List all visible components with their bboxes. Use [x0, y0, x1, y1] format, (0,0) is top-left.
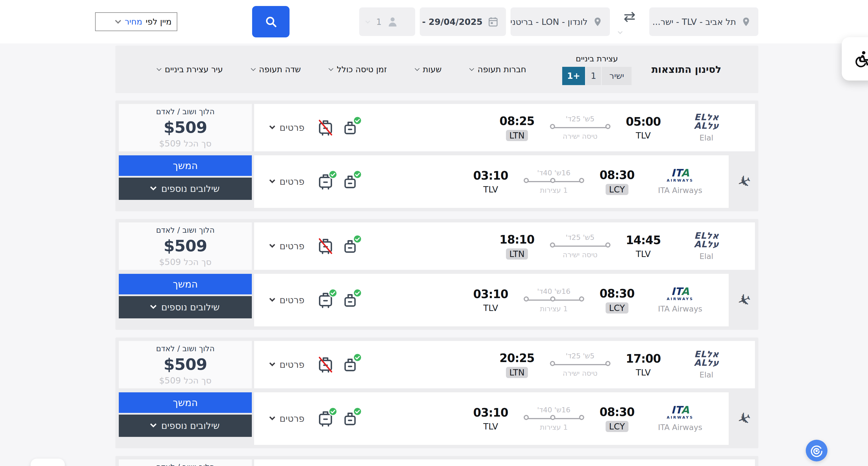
price-value: $509: [164, 355, 207, 373]
more-combinations-button[interactable]: שילובים נוספים: [119, 414, 252, 437]
search-header: תל אביב - TLV - ישר... ⇄ לונדון - LON - …: [0, 0, 868, 43]
timeline-track: [524, 178, 584, 186]
suitcase-bag-icon: [317, 237, 334, 255]
flight-leg-row: אלELעלALElal17:00TLV5ש' 25ד'טיסה ישירה20…: [254, 341, 755, 388]
arrival-airport-code: LTN: [506, 248, 528, 259]
plane-landing-icon: ✈: [733, 392, 755, 445]
flight-card: אלELעלALElal17:00TLV5ש' 25ד'טיסה ישירה20…: [115, 456, 758, 466]
ita-logo-word: ITA: [671, 287, 689, 296]
timeline-endpoint-dot: [550, 361, 555, 366]
ita-logo-sub: AIRWAYS: [667, 178, 693, 183]
chat-widget-button[interactable]: [806, 440, 828, 461]
arrival-airport-code: TLV: [483, 422, 498, 431]
chevron-down-icon: [156, 66, 161, 71]
details-toggle[interactable]: פרטים: [270, 413, 304, 424]
filter-dropdowns: חברות תעופה שעות זמן טיסה כולל שדה תעופה…: [157, 65, 526, 74]
accessibility-widget-button[interactable]: [842, 37, 868, 81]
elal-logo-line: עלAL: [694, 359, 719, 367]
stopover-dot: [550, 178, 555, 183]
origin-field[interactable]: תל אביב - TLV - ישר...: [649, 7, 758, 36]
filter-dropdown-total-flight-time[interactable]: זמן טיסה כולל: [329, 65, 386, 74]
plane-glyph: ✈: [734, 289, 754, 311]
departure-time: 17:00: [626, 352, 661, 365]
suitcase-bag-icon: [317, 355, 334, 374]
departure-endpoint: 05:00TLV: [626, 115, 661, 141]
timeline-bar: [553, 364, 607, 365]
stops-label: טיסה ישירה: [563, 369, 598, 377]
timeline-endpoint-dot: [605, 242, 611, 248]
card-actions: המשךשילובים נוספים: [119, 392, 252, 445]
filter-dropdown-label: זמן טיסה כולל: [337, 65, 386, 74]
filter-dropdown-airport[interactable]: שדה תעופה: [252, 65, 301, 74]
filter-bar-title: לסינון התוצאות: [652, 64, 721, 75]
details-toggle[interactable]: פרטים: [270, 241, 304, 252]
dates-field[interactable]: ...04/2025 - 29/04/2025: [420, 7, 506, 36]
chevron-down-icon: [150, 303, 156, 309]
continue-button[interactable]: המשך: [119, 274, 252, 294]
arrival-endpoint: 08:25LTN: [499, 115, 534, 141]
plane-glyph: ✈: [734, 407, 754, 430]
arrival-airport-code: LTN: [506, 130, 528, 141]
departure-time: 08:30: [599, 287, 634, 300]
swap-arrows-icon: ⇄: [624, 9, 636, 38]
details-toggle[interactable]: פרטים: [270, 176, 304, 187]
ita-airways-logo: ITAAIRWAYS: [667, 287, 693, 301]
passengers-field[interactable]: 1: [359, 7, 415, 36]
swap-direction-button[interactable]: ⇄: [615, 5, 645, 38]
destination-field[interactable]: לונדון - LON - בריטניה: [510, 7, 610, 36]
details-toggle[interactable]: פרטים: [270, 359, 304, 370]
arrival-endpoint: 03:10TLV: [473, 287, 508, 313]
not-included-slash-icon: [317, 355, 334, 374]
search-button[interactable]: [252, 6, 289, 37]
not-included-slash-icon: [317, 119, 334, 137]
sort-select[interactable]: מיין לפי מחיר: [95, 12, 177, 31]
continue-button[interactable]: המשך: [119, 392, 252, 413]
not-included-slash-icon: [317, 237, 334, 255]
continue-button[interactable]: המשך: [119, 155, 252, 176]
arrival-time: 03:10: [473, 406, 508, 419]
filter-dropdown-stopover-city[interactable]: עיר עצירת ביניים: [157, 65, 223, 74]
airline-name: ITA Airways: [658, 423, 702, 432]
plane-landing-icon: ✈: [733, 155, 755, 208]
departure-airport-code: TLV: [636, 130, 651, 141]
more-combinations-button[interactable]: שילובים נוספים: [119, 296, 252, 318]
details-toggle[interactable]: פרטים: [270, 295, 304, 306]
stops-option-one-plus[interactable]: +1: [562, 67, 585, 85]
stops-filter-group: עצירת ביניים ישיר 1 +1: [562, 54, 631, 85]
ita-logo-word: ITA: [671, 405, 689, 414]
price-panel: הלוך ושוב / לאדם$509סך הכל $509: [119, 460, 252, 466]
ita-logo-it: IT: [671, 285, 681, 297]
arrival-airport-code: TLV: [483, 184, 498, 194]
elal-logo: אלELעלAL: [694, 113, 719, 130]
timeline-endpoint-dot: [524, 178, 529, 183]
bottom-left-widget[interactable]: [31, 459, 65, 466]
more-combinations-label: שילובים נוספים: [161, 183, 220, 194]
carryon-bag-icon: [342, 291, 358, 309]
duration-label: 5ש' 25ד': [566, 233, 594, 242]
arrival-airport-code: TLV: [483, 303, 498, 313]
departure-endpoint: 17:00TLV: [626, 352, 661, 377]
stops-label: טיסה ישירה: [563, 251, 598, 259]
stops-option-one[interactable]: 1: [586, 67, 601, 85]
timeline-track: [550, 242, 611, 250]
price-caption: הלוך ושוב / לאדם: [156, 225, 214, 235]
chevron-down-icon: [269, 123, 275, 129]
dates-value: ...04/2025 - 29/04/2025: [420, 17, 483, 27]
timeline-endpoint-dot: [605, 361, 611, 366]
filter-dropdown-hours[interactable]: שעות: [415, 65, 442, 74]
details-toggle[interactable]: פרטים: [270, 122, 304, 133]
airline-block: ITAAIRWAYSITA Airways: [648, 168, 713, 195]
timeline-track: [524, 414, 584, 423]
ita-airways-logo: ITAAIRWAYS: [667, 405, 693, 420]
carryon-bag-icon: [342, 409, 358, 428]
ita-logo-a: A: [681, 404, 689, 416]
stops-filter-label: עצירת ביניים: [576, 54, 618, 63]
filter-dropdown-label: עיר עצירת ביניים: [165, 65, 223, 74]
ita-logo-it: IT: [671, 167, 681, 179]
more-combinations-button[interactable]: שילובים נוספים: [119, 178, 252, 200]
departure-endpoint: 14:45TLV: [626, 234, 661, 259]
departure-time: 14:45: [626, 234, 661, 247]
stops-option-direct[interactable]: ישיר: [602, 67, 631, 85]
filter-dropdown-airlines[interactable]: חברות תעופה: [470, 65, 526, 74]
sort-prefix: מיין לפי: [146, 17, 172, 27]
